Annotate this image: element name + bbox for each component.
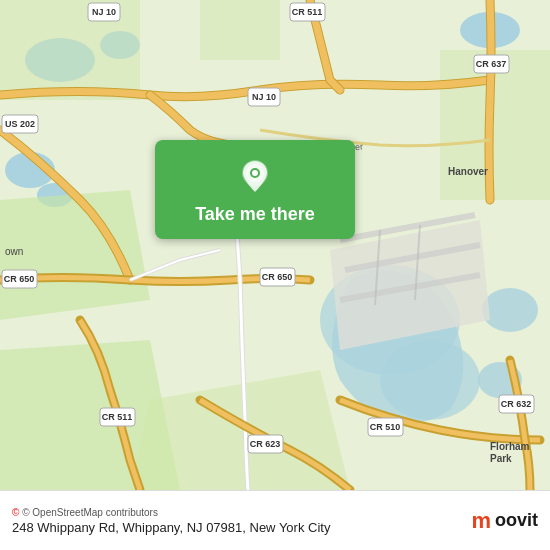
cr623-label: CR 623 xyxy=(250,439,281,449)
hanover-label: Hanover xyxy=(448,166,488,177)
cr650-left-label: CR 650 xyxy=(4,274,35,284)
address-label: 248 Whippany Rd, Whippany, NJ 07981, New… xyxy=(12,520,330,535)
cr650-mid-label: CR 650 xyxy=(262,272,293,282)
cr511-top-label: CR 511 xyxy=(292,7,323,17)
florham-label: Florham xyxy=(490,441,530,452)
pin-icon xyxy=(235,156,275,196)
svg-point-28 xyxy=(252,170,258,176)
cr637-label: CR 637 xyxy=(476,59,507,69)
svg-point-7 xyxy=(482,288,538,332)
us202-label: US 202 xyxy=(5,119,35,129)
town-label: own xyxy=(5,246,23,257)
nj10-mid-label: NJ 10 xyxy=(252,92,276,102)
cr511-bot-label: CR 511 xyxy=(102,412,133,422)
moovit-text: oovit xyxy=(495,510,538,531)
map-container: NJ 10 US 202 CR 511 CR 637 NJ 10 CR 650 … xyxy=(0,0,550,490)
moovit-m-letter: m xyxy=(471,508,491,534)
nj10-top-label: NJ 10 xyxy=(92,7,116,17)
cta-label: Take me there xyxy=(195,204,315,225)
moovit-logo: m oovit xyxy=(471,508,538,534)
florham-park-label: Park xyxy=(490,453,512,464)
copyright-symbol: © xyxy=(12,507,19,518)
map-svg: NJ 10 US 202 CR 511 CR 637 NJ 10 CR 650 … xyxy=(0,0,550,490)
cr632-label: CR 632 xyxy=(501,399,532,409)
osm-text: © OpenStreetMap contributors xyxy=(22,507,158,518)
take-me-there-button[interactable]: Take me there xyxy=(155,140,355,239)
cr510-label: CR 510 xyxy=(370,422,401,432)
bottom-left-info: © © OpenStreetMap contributors 248 Whipp… xyxy=(12,507,330,535)
osm-credit: © © OpenStreetMap contributors xyxy=(12,507,330,518)
bottom-bar: © © OpenStreetMap contributors 248 Whipp… xyxy=(0,490,550,550)
